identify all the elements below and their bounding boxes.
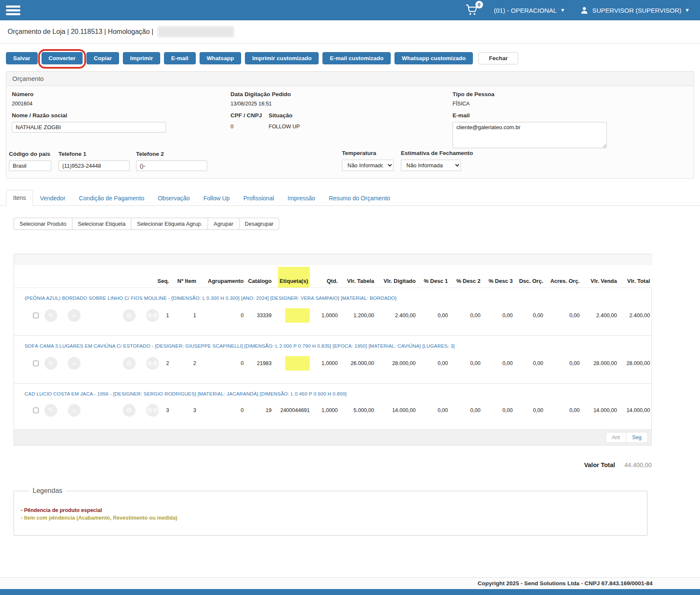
imprimir-button[interactable]: Imprimir bbox=[123, 52, 160, 64]
row-checkbox[interactable] bbox=[33, 313, 39, 318]
tab-condicao-pagamento[interactable]: Condição de Pagamento bbox=[72, 191, 151, 206]
legendas-title: Legendas bbox=[29, 487, 66, 495]
copiar-button[interactable]: Copiar bbox=[86, 52, 119, 64]
tab-follow-up[interactable]: Follow Up bbox=[197, 191, 236, 206]
converter-button[interactable]: Converter bbox=[42, 52, 83, 64]
situacao-label: Situação bbox=[269, 112, 300, 119]
col-catalogo: Catálogo bbox=[246, 254, 274, 288]
pagination-next-button[interactable]: Seg bbox=[626, 432, 648, 443]
salvar-button[interactable]: Salvar bbox=[6, 52, 38, 64]
settings-icon[interactable]: ⚙ bbox=[123, 404, 136, 417]
chevron-down-icon: ▼ bbox=[560, 7, 565, 13]
temperatura-select[interactable]: Não Informado bbox=[342, 160, 394, 171]
edit-icon[interactable]: ✎ bbox=[44, 357, 57, 370]
item-description: (PEÔNIA AZUL) BORDADO SOBRE LINHO C/ FIO… bbox=[14, 288, 653, 303]
selecionar-etiqueta-button[interactable]: Selecionar Etiqueta bbox=[72, 218, 132, 230]
settings-icon[interactable]: ⚙ bbox=[123, 357, 136, 370]
branch-dropdown[interactable]: (01) - OPERACIONAL ▼ bbox=[494, 7, 565, 14]
cell-vlr-venda: 28.000,00 bbox=[582, 350, 619, 384]
cell-vlr-venda: 14.000,00 bbox=[582, 398, 619, 429]
agrupar-button[interactable]: Agrupar bbox=[208, 218, 239, 230]
cell-qtd: 1,0000 bbox=[312, 302, 340, 336]
col-desc1: % Desc 1 bbox=[418, 254, 450, 288]
col-etiqueta: Etiqueta(s) bbox=[274, 254, 312, 288]
cell-desc3: 0,00 bbox=[483, 398, 515, 429]
tab-observacao[interactable]: Observação bbox=[151, 191, 196, 206]
cell-catalogo: 21983 bbox=[246, 350, 274, 384]
valor-total-label: Valor Total bbox=[584, 462, 615, 468]
pagination-prev-button[interactable]: Ant bbox=[606, 432, 626, 443]
item-description-row: CAD LUCIO COSTA EM JACA - 1956 - [DESIGN… bbox=[14, 384, 653, 399]
edit-icon[interactable]: ✎ bbox=[44, 404, 57, 417]
telefone2-input[interactable] bbox=[136, 161, 207, 171]
email-button[interactable]: E-mail bbox=[164, 52, 196, 64]
items-table-header-row: Seq. Nº Item Agrupamento Catálogo Etique… bbox=[14, 254, 653, 288]
row-checkbox[interactable] bbox=[33, 360, 39, 366]
tab-impressao[interactable]: Impressão bbox=[281, 191, 322, 206]
cell-dsc-orc: 0,00 bbox=[515, 350, 546, 384]
desagrupar-button[interactable]: Desagrupar bbox=[239, 218, 280, 230]
cell-n-item: 2 bbox=[172, 350, 199, 384]
tab-resumo-orcamento[interactable]: Resumo do Orçamento bbox=[322, 191, 397, 206]
tab-profissional[interactable]: Profissional bbox=[236, 191, 281, 206]
whatsapp-button[interactable]: Whatsapp bbox=[200, 52, 242, 64]
col-agrupamento: Agrupamento bbox=[199, 254, 246, 288]
item-description: SOFÁ CAMA 3 LUGARES EM CAVIÚNA C/ ESTOFA… bbox=[14, 336, 653, 351]
edit-icon[interactable]: ✎ bbox=[44, 309, 57, 322]
tipo-pessoa-label: Tipo de Pessoa bbox=[453, 91, 494, 97]
legend-item-pending: - Item com pêndencia (Acabamento, Revest… bbox=[21, 515, 640, 521]
hamburger-menu-icon[interactable] bbox=[6, 4, 22, 17]
table-row: ✎ × ⚙ ⚙⚙ 1 1 0 33339 1,0000 1.200,00 2.4… bbox=[14, 302, 653, 336]
fechar-button[interactable]: Fechar bbox=[478, 52, 518, 64]
total-row: Valor Total 44.400,00 bbox=[14, 462, 652, 468]
cart-button[interactable]: 0 bbox=[465, 3, 480, 17]
cell-catalogo: 33339 bbox=[246, 302, 274, 336]
cell-etiqueta: 2400044691 bbox=[274, 398, 312, 429]
selecionar-etiqueta-agrup-button[interactable]: Selecionar Etiqueta Agrup. bbox=[131, 218, 208, 230]
cell-agrupamento: 0 bbox=[199, 350, 246, 384]
tipo-pessoa-value: FÍSICA bbox=[453, 101, 494, 107]
settings-group-icon[interactable]: ⚙⚙ bbox=[146, 309, 159, 322]
chevron-down-icon: ▼ bbox=[685, 7, 690, 13]
user-dropdown[interactable]: SUPERVISOR (SUPERVISOR) ▼ bbox=[580, 6, 690, 15]
orcamento-panel-title: Orçamento bbox=[6, 72, 694, 86]
delete-icon[interactable]: × bbox=[68, 404, 81, 417]
cell-agrupamento: 0 bbox=[199, 398, 246, 429]
email-customizado-button[interactable]: E-mail customizado bbox=[322, 52, 391, 64]
whatsapp-customizado-button[interactable]: Whatsapp customizado bbox=[394, 52, 473, 64]
settings-group-icon[interactable]: ⚙⚙ bbox=[146, 357, 159, 370]
valor-total-value: 44.400,00 bbox=[624, 462, 652, 468]
cell-vlr-tabela: 1.200,00 bbox=[340, 302, 377, 336]
delete-icon[interactable]: × bbox=[68, 357, 81, 370]
settings-icon[interactable]: ⚙ bbox=[123, 309, 136, 322]
tab-itens[interactable]: Itens bbox=[6, 190, 33, 206]
cell-vlr-total: 2.400,00 bbox=[619, 302, 653, 336]
nome-input[interactable] bbox=[12, 122, 166, 133]
table-pagination: Ant Seg bbox=[14, 429, 651, 445]
page-footer: Copyright 2025 - Send Solutions Ltda - C… bbox=[0, 577, 700, 595]
delete-icon[interactable]: × bbox=[68, 309, 81, 322]
telefone1-input[interactable] bbox=[58, 161, 130, 171]
cell-n-item: 1 bbox=[172, 302, 199, 336]
numero-value: 2001604 bbox=[12, 101, 33, 107]
etiqueta-header-highlight: Etiqueta(s) bbox=[278, 267, 310, 288]
cell-vlr-digitado: 28.000,00 bbox=[377, 350, 418, 384]
cell-qtd: 1,0000 bbox=[312, 350, 340, 384]
email-textarea[interactable]: cliente@galeriateo.com.br bbox=[453, 122, 607, 148]
codigo-pais-input[interactable] bbox=[9, 161, 51, 171]
footer-accent-bar bbox=[0, 589, 700, 595]
selecionar-produto-button[interactable]: Selecionar Produto bbox=[14, 218, 72, 230]
col-qtd: Qtd. bbox=[312, 254, 340, 288]
cell-vlr-digitado: 2.400,00 bbox=[377, 302, 418, 336]
estimativa-select[interactable]: Não Informada bbox=[401, 160, 461, 171]
row-checkbox[interactable] bbox=[33, 407, 39, 413]
cpf-label: CPF / CNPJ bbox=[231, 112, 262, 119]
settings-group-icon[interactable]: ⚙⚙ bbox=[146, 404, 159, 417]
data-digitacao-label: Data Digitação Pedido bbox=[231, 91, 291, 97]
tab-vendedor[interactable]: Vendedor bbox=[33, 191, 72, 206]
cell-desc2: 0,00 bbox=[450, 350, 483, 384]
cell-acres-orc: 0,00 bbox=[546, 398, 582, 429]
items-table: Seq. Nº Item Agrupamento Catálogo Etique… bbox=[14, 254, 653, 429]
imprimir-customizado-button[interactable]: Imprimir customizado bbox=[245, 52, 319, 64]
cell-etiqueta bbox=[274, 350, 312, 384]
